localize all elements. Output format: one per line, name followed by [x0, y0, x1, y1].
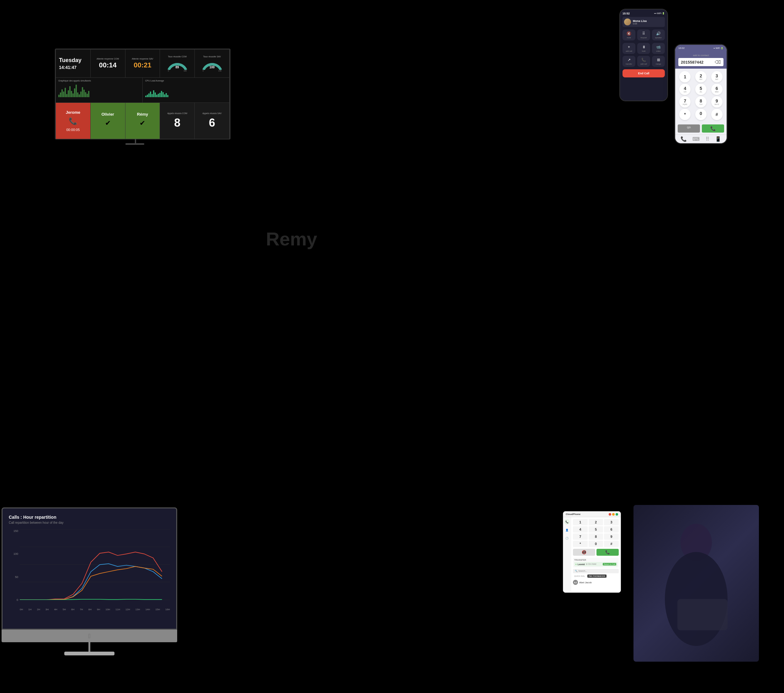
- y-axis-labels: 150 100 50 0: [9, 529, 18, 601]
- cp-key-0[interactable]: 0: [589, 541, 603, 547]
- cpu-bar: [159, 93, 161, 97]
- phone1-addcall2-btn[interactable]: 📞 add call: [637, 56, 650, 67]
- close-window-btn[interactable]: [609, 513, 611, 516]
- phone1-add-call-btn[interactable]: + add call: [623, 43, 635, 54]
- phone1-end-call-btn[interactable]: End Call: [623, 69, 665, 77]
- minimize-window-btn[interactable]: [612, 513, 614, 516]
- agent-card-olivier: Olivier ✔: [91, 103, 125, 139]
- phone1-video-icon: 📹: [656, 45, 661, 49]
- bar: [69, 86, 71, 97]
- phone1-hold-btn[interactable]: ⏸ hold: [637, 43, 650, 54]
- phone2-call-actions[interactable]: QD 📞: [675, 123, 726, 135]
- phone1-transfer-actions[interactable]: ↗ transfer 📞 add call ⊞ merge: [623, 56, 665, 67]
- phone2-tab-3[interactable]: ⠿: [706, 136, 709, 142]
- cp-tab-phonebook[interactable]: PBX PHONEBOOK: [587, 575, 606, 578]
- cp-key-7[interactable]: 7: [573, 534, 588, 540]
- phone2-qd-button[interactable]: QD: [678, 125, 700, 133]
- phone1-transfer-btn[interactable]: ↗ transfer: [623, 56, 635, 67]
- available-icon: ✔: [105, 119, 111, 127]
- cloudphone-titlebar: CloudPhone: [563, 512, 621, 517]
- cp-sidebar-phone-icon[interactable]: 📞: [564, 519, 570, 525]
- taux-sav-gauge-svg: 100: [202, 59, 222, 70]
- cp-key-9[interactable]: 9: [604, 534, 619, 540]
- phone2-key-3[interactable]: 3 DEF: [711, 71, 723, 82]
- phone1-mute-btn[interactable]: 🔇 mute: [623, 30, 635, 40]
- phone2-keypad[interactable]: 1 2 ABC 3 DEF 4 GHI 5 JKL 6 MNO: [675, 69, 726, 123]
- cp-search-field[interactable]: 🔍 Search...: [573, 569, 619, 573]
- cp-return-to-call-btn[interactable]: Return to Call: [603, 563, 616, 565]
- cp-answer-btn[interactable]: 📞: [596, 549, 619, 556]
- cp-sidebar-recents-icon[interactable]: 🕐: [564, 535, 570, 541]
- maximize-window-btn[interactable]: [616, 513, 618, 516]
- phone2-tab-1[interactable]: 📞: [680, 136, 687, 142]
- imac-chin: : [2, 630, 177, 642]
- phone2-key-2[interactable]: 2 ABC: [695, 71, 707, 82]
- phone1-speaker-btn[interactable]: 🔊 speaker: [652, 30, 665, 40]
- phone2-key-9[interactable]: 9 WXYZ: [711, 96, 723, 107]
- woman-silhouette: [634, 505, 759, 662]
- agent-card-remy: Rémy ✔: [125, 103, 160, 139]
- phone1-merge-btn[interactable]: ⊞ merge: [652, 56, 665, 67]
- phone2-screen: 16:02 ▪▪ WiFi 🔋 add to contact 201558744…: [675, 45, 726, 143]
- bar: [76, 85, 77, 97]
- phone2-key-hash[interactable]: #: [711, 109, 723, 120]
- phone2-key-8[interactable]: 8 TUV: [695, 96, 707, 107]
- appels-sav-cell: Appels réussis SAV 6: [195, 103, 229, 139]
- phone1-speaker-icon: 🔊: [656, 31, 661, 36]
- attente-sav-value: 00:21: [133, 61, 151, 69]
- cp-key-1[interactable]: 1: [573, 519, 588, 525]
- cp-key-2[interactable]: 2: [589, 519, 603, 525]
- bar: [87, 94, 88, 97]
- phone1-video-btn[interactable]: 📹 video: [652, 43, 665, 54]
- phone2-key-5[interactable]: 5 JKL: [695, 84, 707, 95]
- phone2-call-button[interactable]: 📞: [702, 125, 724, 133]
- phone2-backspace-btn[interactable]: ⌫: [715, 59, 721, 64]
- taux-com-label: Taux réussite COM: [168, 56, 187, 57]
- cp-dialer-grid[interactable]: 1 2 3 4 5 6 7 8 9 * 0 #: [573, 519, 619, 547]
- agent-name-olivier: Olivier: [101, 112, 114, 117]
- phone2-key-6[interactable]: 6 MNO: [711, 84, 723, 95]
- recent-icon: 🕐: [565, 537, 568, 540]
- phone1-controls[interactable]: 🔇 mute ⠿ keypad 🔊 speaker: [623, 30, 665, 40]
- taux-com-gauge-svg: 89: [167, 59, 188, 70]
- cp-key-4[interactable]: 4: [573, 526, 588, 532]
- phone2-contact-label: add to contact: [678, 54, 723, 57]
- cp-key-hash[interactable]: #: [604, 541, 619, 547]
- x-11h: 11H: [115, 608, 120, 611]
- cp-key-3[interactable]: 3: [604, 519, 619, 525]
- phone1-keypad-btn[interactable]: ⠿ keypad: [637, 30, 650, 40]
- cp-sidebar-contacts-icon[interactable]: 👤: [564, 527, 570, 533]
- y-label-0: 0: [9, 598, 18, 601]
- cp-tabs[interactable]: QUICK DIAL PBX PHONEBOOK: [573, 575, 619, 578]
- cloudphone-sidebar[interactable]: 📞 👤 🕐: [563, 517, 571, 592]
- cp-key-5[interactable]: 5: [589, 526, 603, 532]
- x-0h: 0H: [20, 608, 23, 611]
- answer-icon: 📞: [605, 550, 610, 555]
- window-controls[interactable]: [609, 513, 618, 516]
- phone1-actions[interactable]: + add call ⏸ hold 📹 video: [623, 43, 665, 54]
- cp-key-star[interactable]: *: [573, 541, 588, 547]
- bar: [74, 89, 75, 97]
- cp-transfer-item[interactable]: ● Leonid ⊘ On Hold Return to Call: [574, 562, 618, 567]
- cp-hangup-btn[interactable]: 📵: [573, 549, 595, 556]
- cpu-bar: [153, 90, 154, 97]
- phone2-tab-4[interactable]: 📱: [715, 136, 721, 142]
- cp-key-6[interactable]: 6: [604, 526, 619, 532]
- phone1-call-duration: 0:05: [633, 23, 647, 25]
- phone2-key-star[interactable]: *: [679, 109, 690, 120]
- phone2-bottom-tabs[interactable]: 📞 ⌨ ⠿ 📱: [675, 135, 726, 143]
- phone2-tab-2[interactable]: ⌨: [692, 136, 700, 142]
- phone2-key-4[interactable]: 4 GHI: [679, 84, 690, 95]
- phone2-key-7[interactable]: 7 PQRS: [679, 96, 690, 107]
- y-label-150: 150: [9, 529, 18, 532]
- cp-contact-item-aj[interactable]: AJ Abel Jacob: [573, 579, 619, 586]
- cp-key-8[interactable]: 8: [589, 534, 603, 540]
- attente-sav-cell: Attente moyenne SAV 00:21: [125, 49, 160, 77]
- phone2-key-1[interactable]: 1: [679, 71, 690, 82]
- cp-call-row[interactable]: 📵 📞: [573, 549, 619, 556]
- x-axis-labels: 0H 1H 2H 3H 4H 5H 6H 7H 8H 9H 10H 11H 12…: [20, 608, 170, 611]
- cp-transfer-status: ⊘ On Hold: [586, 563, 596, 565]
- cp-tab-quickdial[interactable]: QUICK DIAL: [573, 575, 586, 578]
- phone2-key-0[interactable]: 0 +: [695, 109, 707, 120]
- imac-stand: [89, 642, 90, 652]
